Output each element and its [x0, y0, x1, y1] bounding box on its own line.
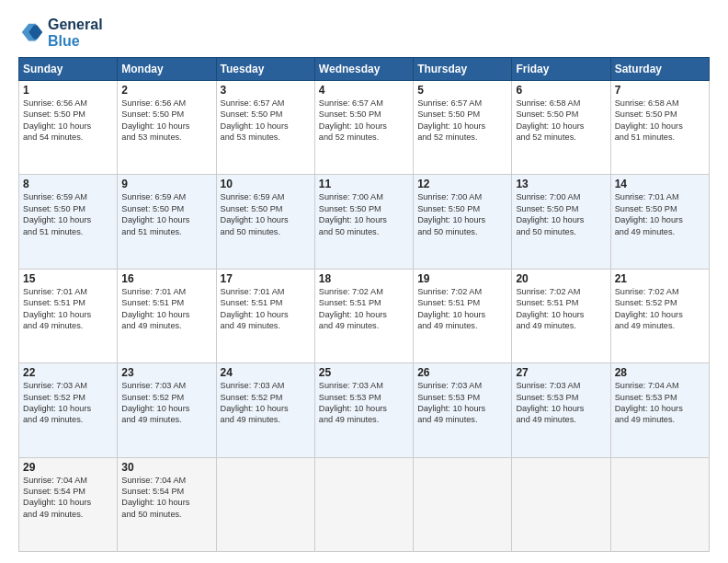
day-info: Sunrise: 7:03 AM Sunset: 5:53 PM Dayligh… — [417, 380, 507, 426]
header: General Blue — [18, 17, 710, 50]
day-info: Sunrise: 6:59 AM Sunset: 5:50 PM Dayligh… — [221, 191, 311, 237]
day-cell: 17Sunrise: 7:01 AM Sunset: 5:51 PM Dayli… — [216, 269, 314, 362]
day-cell — [216, 457, 314, 551]
day-cell: 8Sunrise: 6:59 AM Sunset: 5:50 PM Daylig… — [19, 175, 118, 269]
day-cell: 6Sunrise: 6:58 AM Sunset: 5:50 PM Daylig… — [512, 81, 610, 175]
day-number: 3 — [221, 84, 311, 97]
col-header-tuesday: Tuesday — [216, 58, 314, 81]
day-number: 6 — [516, 84, 606, 97]
day-info: Sunrise: 6:57 AM Sunset: 5:50 PM Dayligh… — [319, 98, 409, 144]
day-info: Sunrise: 7:03 AM Sunset: 5:52 PM Dayligh… — [121, 380, 211, 426]
col-header-thursday: Thursday — [414, 58, 512, 81]
day-info: Sunrise: 7:02 AM Sunset: 5:51 PM Dayligh… — [516, 286, 606, 332]
week-row-5: 29Sunrise: 7:04 AM Sunset: 5:54 PM Dayli… — [19, 457, 710, 551]
day-number: 4 — [319, 84, 409, 97]
col-header-friday: Friday — [512, 58, 610, 81]
day-cell — [512, 457, 610, 551]
day-info: Sunrise: 7:01 AM Sunset: 5:51 PM Dayligh… — [121, 286, 211, 332]
day-info: Sunrise: 7:02 AM Sunset: 5:51 PM Dayligh… — [417, 286, 507, 332]
col-header-monday: Monday — [118, 58, 216, 81]
day-cell: 15Sunrise: 7:01 AM Sunset: 5:51 PM Dayli… — [19, 269, 118, 362]
day-number: 10 — [221, 178, 311, 190]
col-header-wednesday: Wednesday — [314, 58, 413, 81]
day-info: Sunrise: 7:02 AM Sunset: 5:52 PM Dayligh… — [615, 286, 705, 332]
day-cell: 26Sunrise: 7:03 AM Sunset: 5:53 PM Dayli… — [414, 363, 512, 457]
day-number: 20 — [516, 272, 606, 285]
day-number: 15 — [23, 272, 113, 285]
day-number: 5 — [417, 84, 507, 97]
day-cell — [610, 457, 709, 551]
day-cell: 7Sunrise: 6:58 AM Sunset: 5:50 PM Daylig… — [610, 81, 709, 175]
day-info: Sunrise: 7:00 AM Sunset: 5:50 PM Dayligh… — [417, 191, 507, 237]
day-info: Sunrise: 6:59 AM Sunset: 5:50 PM Dayligh… — [23, 191, 113, 237]
day-info: Sunrise: 6:56 AM Sunset: 5:50 PM Dayligh… — [23, 98, 113, 144]
day-cell: 21Sunrise: 7:02 AM Sunset: 5:52 PM Dayli… — [610, 269, 709, 362]
day-cell: 18Sunrise: 7:02 AM Sunset: 5:51 PM Dayli… — [314, 269, 413, 362]
day-info: Sunrise: 7:00 AM Sunset: 5:50 PM Dayligh… — [516, 191, 606, 237]
day-info: Sunrise: 7:01 AM Sunset: 5:51 PM Dayligh… — [221, 286, 311, 332]
day-cell — [314, 457, 413, 551]
day-cell: 14Sunrise: 7:01 AM Sunset: 5:50 PM Dayli… — [610, 175, 709, 269]
day-info: Sunrise: 7:00 AM Sunset: 5:50 PM Dayligh… — [319, 191, 409, 237]
day-number: 23 — [121, 366, 211, 379]
logo: General Blue — [18, 17, 103, 50]
day-number: 25 — [319, 366, 409, 379]
day-number: 13 — [516, 178, 606, 190]
day-number: 11 — [319, 178, 409, 190]
day-cell: 22Sunrise: 7:03 AM Sunset: 5:52 PM Dayli… — [19, 363, 118, 457]
day-info: Sunrise: 7:04 AM Sunset: 5:54 PM Dayligh… — [121, 475, 211, 521]
day-number: 7 — [615, 84, 705, 97]
day-cell: 12Sunrise: 7:00 AM Sunset: 5:50 PM Dayli… — [414, 175, 512, 269]
day-number: 28 — [615, 366, 705, 379]
day-info: Sunrise: 7:01 AM Sunset: 5:51 PM Dayligh… — [23, 286, 113, 332]
day-number: 1 — [23, 84, 113, 97]
day-number: 27 — [516, 366, 606, 379]
day-cell: 4Sunrise: 6:57 AM Sunset: 5:50 PM Daylig… — [314, 81, 413, 175]
day-cell: 27Sunrise: 7:03 AM Sunset: 5:53 PM Dayli… — [512, 363, 610, 457]
week-row-2: 8Sunrise: 6:59 AM Sunset: 5:50 PM Daylig… — [19, 175, 710, 269]
day-info: Sunrise: 7:02 AM Sunset: 5:51 PM Dayligh… — [319, 286, 409, 332]
day-cell: 9Sunrise: 6:59 AM Sunset: 5:50 PM Daylig… — [118, 175, 216, 269]
day-info: Sunrise: 6:56 AM Sunset: 5:50 PM Dayligh… — [121, 98, 211, 144]
day-cell: 1Sunrise: 6:56 AM Sunset: 5:50 PM Daylig… — [19, 81, 118, 175]
day-number: 14 — [615, 178, 705, 190]
page: General Blue SundayMondayTuesdayWednesda… — [0, 0, 728, 563]
day-info: Sunrise: 7:01 AM Sunset: 5:50 PM Dayligh… — [615, 191, 705, 237]
day-info: Sunrise: 6:58 AM Sunset: 5:50 PM Dayligh… — [516, 98, 606, 144]
day-info: Sunrise: 7:04 AM Sunset: 5:54 PM Dayligh… — [23, 475, 113, 521]
header-row: SundayMondayTuesdayWednesdayThursdayFrid… — [19, 58, 710, 81]
day-number: 8 — [23, 178, 113, 190]
day-cell: 16Sunrise: 7:01 AM Sunset: 5:51 PM Dayli… — [118, 269, 216, 362]
day-info: Sunrise: 6:58 AM Sunset: 5:50 PM Dayligh… — [615, 98, 705, 144]
day-number: 18 — [319, 272, 409, 285]
week-row-4: 22Sunrise: 7:03 AM Sunset: 5:52 PM Dayli… — [19, 363, 710, 457]
day-number: 17 — [221, 272, 311, 285]
day-cell: 3Sunrise: 6:57 AM Sunset: 5:50 PM Daylig… — [216, 81, 314, 175]
day-cell: 28Sunrise: 7:04 AM Sunset: 5:53 PM Dayli… — [610, 363, 709, 457]
day-info: Sunrise: 7:03 AM Sunset: 5:53 PM Dayligh… — [516, 380, 606, 426]
day-number: 16 — [121, 272, 211, 285]
day-info: Sunrise: 7:03 AM Sunset: 5:52 PM Dayligh… — [23, 380, 113, 426]
day-number: 24 — [221, 366, 311, 379]
day-cell: 2Sunrise: 6:56 AM Sunset: 5:50 PM Daylig… — [118, 81, 216, 175]
col-header-saturday: Saturday — [610, 58, 709, 81]
day-number: 21 — [615, 272, 705, 285]
day-info: Sunrise: 6:57 AM Sunset: 5:50 PM Dayligh… — [417, 98, 507, 144]
day-cell: 29Sunrise: 7:04 AM Sunset: 5:54 PM Dayli… — [19, 457, 118, 551]
day-cell: 23Sunrise: 7:03 AM Sunset: 5:52 PM Dayli… — [118, 363, 216, 457]
calendar-table: SundayMondayTuesdayWednesdayThursdayFrid… — [18, 57, 710, 552]
week-row-1: 1Sunrise: 6:56 AM Sunset: 5:50 PM Daylig… — [19, 81, 710, 175]
day-number: 2 — [121, 84, 211, 97]
day-number: 22 — [23, 366, 113, 379]
day-info: Sunrise: 7:03 AM Sunset: 5:53 PM Dayligh… — [319, 380, 409, 426]
day-cell: 5Sunrise: 6:57 AM Sunset: 5:50 PM Daylig… — [414, 81, 512, 175]
day-cell: 20Sunrise: 7:02 AM Sunset: 5:51 PM Dayli… — [512, 269, 610, 362]
day-number: 29 — [23, 461, 113, 474]
day-info: Sunrise: 6:59 AM Sunset: 5:50 PM Dayligh… — [121, 191, 211, 237]
day-cell: 10Sunrise: 6:59 AM Sunset: 5:50 PM Dayli… — [216, 175, 314, 269]
day-cell: 24Sunrise: 7:03 AM Sunset: 5:52 PM Dayli… — [216, 363, 314, 457]
day-cell: 19Sunrise: 7:02 AM Sunset: 5:51 PM Dayli… — [414, 269, 512, 362]
day-cell: 11Sunrise: 7:00 AM Sunset: 5:50 PM Dayli… — [314, 175, 413, 269]
day-info: Sunrise: 7:03 AM Sunset: 5:52 PM Dayligh… — [221, 380, 311, 426]
day-number: 30 — [121, 461, 211, 474]
